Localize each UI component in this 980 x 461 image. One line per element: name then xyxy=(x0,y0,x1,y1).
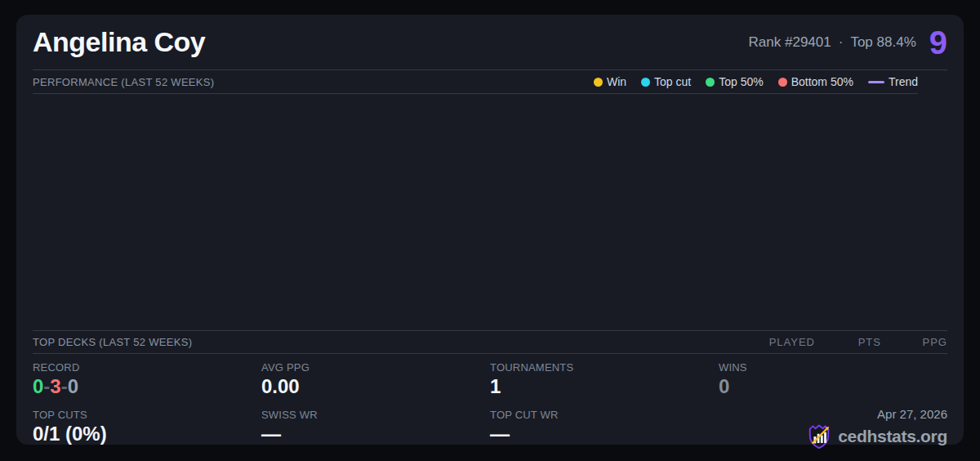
swiss-wr-value: — xyxy=(261,423,490,445)
legend-item-top-50: Top 50% xyxy=(706,75,763,88)
top-percent: Top 88.4% xyxy=(850,34,915,51)
rank-separator: · xyxy=(839,34,844,51)
cedhstats-shield-logo-icon xyxy=(807,423,831,450)
stats-grid: RECORD 0-3-0 AVG PPG 0.00 TOURNAMENTS 1 … xyxy=(33,354,947,450)
wins-value: 0 xyxy=(719,376,947,397)
legend-label: Bottom 50% xyxy=(791,75,853,88)
legend-item-bottom-50: Bottom 50% xyxy=(778,75,853,88)
score-badge: 9 xyxy=(929,26,947,59)
top-decks-columns: PLAYED PTS PPG xyxy=(766,336,947,348)
win-dot-icon xyxy=(594,78,603,87)
legend-label: Trend xyxy=(889,75,918,88)
top-cuts-value: 0/1 (0%) xyxy=(33,423,261,445)
column-header-pts: PTS xyxy=(844,336,881,348)
performance-heading: PERFORMANCE (LAST 52 WEEKS) xyxy=(33,76,214,88)
tournaments-value: 1 xyxy=(490,376,719,397)
header-right: Rank #29401 · Top 88.4% 9 xyxy=(749,26,947,59)
record-separator: - xyxy=(61,375,68,397)
performance-header: PERFORMANCE (LAST 52 WEEKS) Win Top cut … xyxy=(33,70,918,94)
legend-label: Top 50% xyxy=(719,75,763,88)
rank-line: Rank #29401 · Top 88.4% xyxy=(749,34,916,51)
record-losses: 3 xyxy=(50,375,60,397)
rank-value: Rank #29401 xyxy=(749,34,831,51)
stat-record: RECORD 0-3-0 xyxy=(33,361,261,409)
stat-avg-ppg: AVG PPG 0.00 xyxy=(261,361,490,409)
stat-swiss-wr: SWISS WR — xyxy=(261,409,490,450)
stat-label: TOURNAMENTS xyxy=(490,361,719,374)
record-draws: 0 xyxy=(68,375,78,397)
performance-chart-plot-area xyxy=(33,94,947,331)
stat-top-cut-wr: TOP CUT WR — xyxy=(490,409,719,450)
footer: Apr 27, 2026 cedhstats.org xyxy=(719,409,947,450)
stat-label: TOP CUTS xyxy=(33,409,261,421)
stat-label: RECORD xyxy=(33,361,261,374)
record-wins: 0 xyxy=(33,375,43,397)
brand-name: cedhstats.org xyxy=(838,427,947,446)
stat-wins: WINS 0 xyxy=(719,361,947,409)
column-header-played: PLAYED xyxy=(766,336,815,348)
legend-label: Win xyxy=(607,75,626,88)
legend-item-win: Win xyxy=(594,75,626,88)
stat-top-cuts: TOP CUTS 0/1 (0%) xyxy=(33,409,261,450)
player-stats-card: Angelina Coy Rank #29401 · Top 88.4% 9 P… xyxy=(16,15,964,445)
legend-item-trend: Trend xyxy=(868,75,918,88)
trend-line-icon xyxy=(868,81,884,83)
top-cut-dot-icon xyxy=(641,78,650,87)
stat-tournaments: TOURNAMENTS 1 xyxy=(490,361,719,409)
top-decks-heading: TOP DECKS (LAST 52 WEEKS) xyxy=(33,336,192,348)
page-title: Angelina Coy xyxy=(33,26,205,58)
avg-ppg-value: 0.00 xyxy=(261,376,490,397)
chart-legend: Win Top cut Top 50% Bottom 50% Trend xyxy=(594,75,918,88)
stat-label: WINS xyxy=(719,361,947,374)
column-header-ppg: PPG xyxy=(910,336,947,348)
legend-item-top-cut: Top cut xyxy=(641,75,691,88)
stat-label: AVG PPG xyxy=(261,361,490,374)
top-50-dot-icon xyxy=(706,78,715,87)
brand: cedhstats.org xyxy=(807,423,947,450)
top-decks-header: TOP DECKS (LAST 52 WEEKS) PLAYED PTS PPG xyxy=(33,331,947,354)
report-date: Apr 27, 2026 xyxy=(877,407,947,421)
stat-label: TOP CUT WR xyxy=(490,409,719,421)
stat-label: SWISS WR xyxy=(261,409,490,421)
bottom-50-dot-icon xyxy=(778,78,787,87)
record-value: 0-3-0 xyxy=(33,376,261,397)
legend-label: Top cut xyxy=(654,75,691,88)
top-cut-wr-value: — xyxy=(490,423,719,445)
card-header: Angelina Coy Rank #29401 · Top 88.4% 9 xyxy=(33,15,947,70)
